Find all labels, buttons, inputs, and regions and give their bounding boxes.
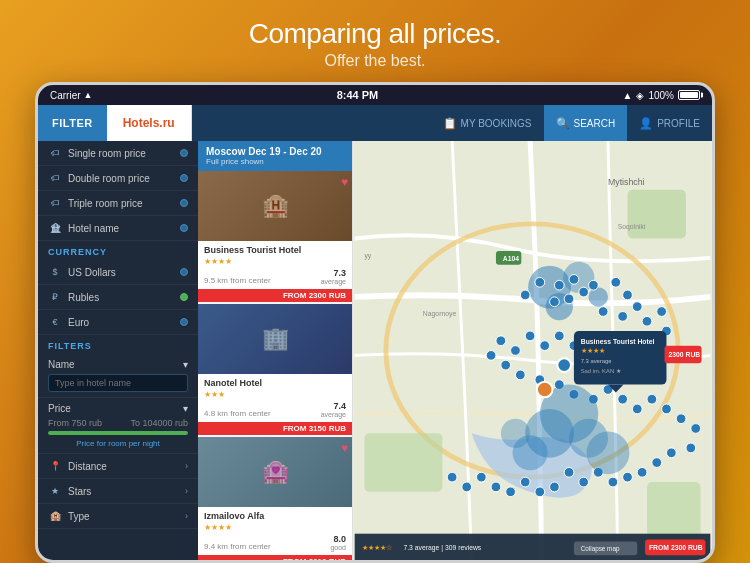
eur-icon: € <box>48 315 62 329</box>
room-icon-2: 🏷 <box>48 171 62 185</box>
svg-point-60 <box>666 448 676 458</box>
promo-subtitle: Offer the best. <box>249 52 502 70</box>
svg-point-68 <box>550 482 560 492</box>
svg-point-80 <box>587 431 630 474</box>
sidebar-item-triple-room[interactable]: 🏷 Triple room price <box>38 191 198 216</box>
hotel-name-3: Izmailovo Alfa <box>204 511 346 521</box>
svg-point-47 <box>515 370 525 380</box>
hotel-card-2[interactable]: 🏢 Nanotel Hotel ★★★ 4.8 km from center 7… <box>198 304 352 435</box>
sidebar-item-hotel-name[interactable]: 🏦 Hotel name <box>38 216 198 241</box>
hotel-meta-2: 4.8 km from center 7.4 average <box>204 401 346 418</box>
profile-icon: 👤 <box>639 117 653 130</box>
filters-section-label: FILTERS <box>38 335 198 354</box>
hotel-stars-1: ★★★★ <box>204 257 346 266</box>
hotel-meta-1: 9.5 km from center 7.3 average <box>204 268 346 285</box>
hotel-dist-3: 9.4 km from center <box>204 542 271 551</box>
svg-point-72 <box>491 482 501 492</box>
profile-tab[interactable]: 👤 PROFILE <box>627 105 712 141</box>
svg-point-73 <box>476 472 486 482</box>
sidebar-item-type[interactable]: 🏨 Type › <box>38 504 198 529</box>
svg-point-53 <box>618 394 628 404</box>
hotel-dist-1: 9.5 km from center <box>204 276 271 285</box>
status-time: 8:44 PM <box>337 89 379 101</box>
bookings-tab[interactable]: 📋 MY BOOKINGS <box>431 105 544 141</box>
svg-point-64 <box>608 477 618 487</box>
room-icon-3: 🏷 <box>48 196 62 210</box>
svg-point-45 <box>486 351 496 361</box>
list-header-city: Moscow Dec 19 - Dec 20 <box>206 146 344 157</box>
hotel-card-1[interactable]: 🏨 ♥ Business Tourist Hotel ★★★★ 9.5 km f… <box>198 171 352 302</box>
sidebar-item-stars[interactable]: ★ Stars › <box>38 479 198 504</box>
svg-point-57 <box>676 414 686 424</box>
battery-label: 100% <box>648 90 674 101</box>
filter-button[interactable]: FILTER <box>38 105 107 141</box>
room-icon: 🏷 <box>48 146 62 160</box>
hotel-card-3[interactable]: 🏩 ♥ Izmailovo Alfa ★★★★ 9.4 km from cent… <box>198 437 352 560</box>
hotel-price-3: FROM 2610 RUB <box>198 555 352 560</box>
svg-text:yy: yy <box>364 252 371 260</box>
svg-text:7.3 average | 309 reviews: 7.3 average | 309 reviews <box>403 544 481 552</box>
svg-point-71 <box>506 487 516 497</box>
sidebar-item-rubles[interactable]: ₽ Rubles <box>38 285 198 310</box>
svg-rect-2 <box>628 190 686 239</box>
sidebar-item-distance[interactable]: 📍 Distance › <box>38 454 198 479</box>
svg-point-28 <box>618 312 628 322</box>
svg-point-43 <box>511 346 521 356</box>
price-range-track[interactable] <box>48 431 188 435</box>
svg-point-24 <box>520 290 530 300</box>
name-filter-input[interactable] <box>48 374 188 392</box>
usd-dot <box>180 268 188 276</box>
hotel-score-block-1: 7.3 average <box>321 268 346 285</box>
map-area[interactable]: Mytishchi Soqolniki Nagornoye yy A104 A1… <box>353 141 712 560</box>
hotel-score-label-2: average <box>321 411 346 418</box>
sidebar-dot-3 <box>180 199 188 207</box>
hotel-name-1: Business Tourist Hotel <box>204 245 346 255</box>
sidebar-item-euro[interactable]: € Euro <box>38 310 198 335</box>
svg-point-29 <box>642 316 652 326</box>
sidebar-item-double-room[interactable]: 🏷 Double room price <box>38 166 198 191</box>
sidebar-item-single-room[interactable]: 🏷 Single room price <box>38 141 198 166</box>
search-tab[interactable]: 🔍 SEARCH <box>544 105 628 141</box>
name-filter: Name ▾ <box>38 354 198 398</box>
hotel-score-2: 7.4 <box>321 401 346 411</box>
hotel-icon: 🏦 <box>48 221 62 235</box>
svg-point-20 <box>589 280 599 290</box>
wifi-status-icon: ◈ <box>636 90 644 101</box>
svg-point-61 <box>652 458 662 468</box>
svg-point-42 <box>525 331 535 341</box>
price-chevron-icon: ▾ <box>183 403 188 414</box>
hotel-image-3: 🏩 ♥ <box>198 437 352 507</box>
hotel-info-2: Nanotel Hotel ★★★ 4.8 km from center 7.4… <box>198 374 352 422</box>
price-filter-label[interactable]: Price ▾ <box>48 403 188 414</box>
svg-point-74 <box>462 482 472 492</box>
rub-icon: ₽ <box>48 290 62 304</box>
name-filter-label[interactable]: Name ▾ <box>48 359 188 370</box>
bookings-icon: 📋 <box>443 117 457 130</box>
svg-text:2300 RUB: 2300 RUB <box>668 351 700 358</box>
svg-text:7.3 average: 7.3 average <box>581 358 612 364</box>
sidebar-item-usd[interactable]: $ US Dollars <box>38 260 198 285</box>
svg-point-17 <box>554 280 564 290</box>
hotel-score-label-1: average <box>321 278 346 285</box>
svg-point-70 <box>520 477 530 487</box>
svg-point-23 <box>598 307 608 317</box>
carrier-label: Carrier ▲ <box>50 90 92 101</box>
eur-dot <box>180 318 188 326</box>
hotel-image-2: 🏢 <box>198 304 352 374</box>
usd-icon: $ <box>48 265 62 279</box>
svg-point-66 <box>579 477 589 487</box>
hotel-heart-3[interactable]: ♥ <box>341 441 348 455</box>
svg-text:Mytishchi: Mytishchi <box>608 177 645 187</box>
hotel-name-2: Nanotel Hotel <box>204 378 346 388</box>
svg-point-46 <box>501 360 511 370</box>
type-chevron-icon: › <box>185 511 188 521</box>
svg-point-83 <box>557 358 571 372</box>
svg-point-26 <box>623 290 633 300</box>
hotel-score-label-3: good <box>330 544 346 551</box>
svg-text:A104: A104 <box>503 255 519 262</box>
svg-point-18 <box>569 274 579 284</box>
hotel-heart-1[interactable]: ♥ <box>341 175 348 189</box>
hotel-img-placeholder-1: 🏨 <box>198 171 352 241</box>
hotel-price-2: FROM 3150 RUB <box>198 422 352 435</box>
svg-point-40 <box>554 331 564 341</box>
